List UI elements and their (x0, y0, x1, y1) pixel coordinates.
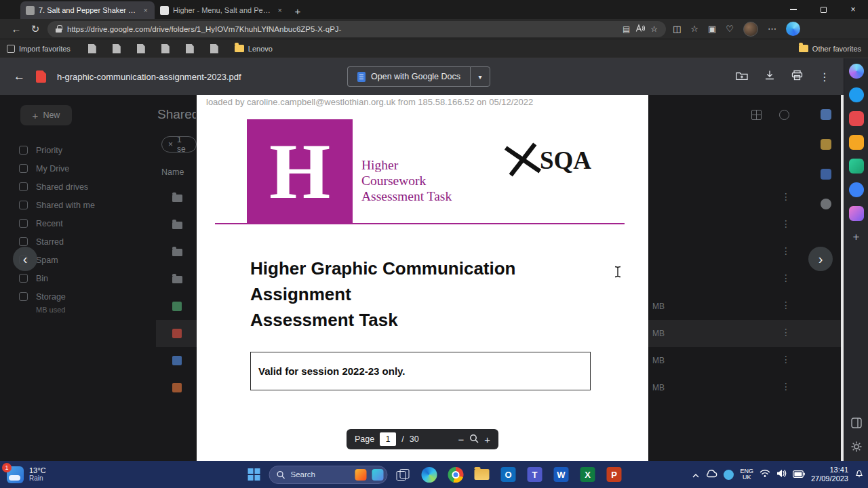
favorite-item[interactable] (113, 44, 121, 54)
more-actions-button[interactable]: ⋮ (819, 70, 830, 83)
volume-icon[interactable] (776, 468, 787, 481)
shopping-icon[interactable] (849, 135, 864, 150)
preview-filename: h-graphic-communication-assignment-2023.… (57, 72, 241, 82)
copilot-button[interactable] (786, 22, 800, 36)
copilot-icon[interactable] (849, 64, 864, 79)
outlook-button[interactable]: O (497, 463, 520, 486)
date: 27/09/2023 (811, 474, 848, 483)
tab-strip: 7. Salt and Pepper Shaker - Goog × Highe… (0, 0, 307, 19)
temperature: 13°C (29, 466, 46, 474)
teams-tray-icon[interactable] (724, 470, 734, 480)
new-tab-button[interactable]: + (289, 3, 307, 19)
add-shortcut-to-drive-button[interactable] (736, 70, 748, 83)
profile-avatar[interactable] (743, 22, 758, 37)
zoom-out-button[interactable]: − (458, 434, 464, 445)
browser-tab-2[interactable]: Higher - Menu, Salt and Pepper | × (155, 1, 289, 19)
print-button[interactable] (791, 70, 803, 83)
search-label: Search (291, 470, 350, 479)
docs-file-icon (172, 356, 182, 365)
back-button[interactable]: ← (7, 21, 26, 37)
customize-sidebar-icon[interactable] (850, 417, 863, 432)
minimize-button[interactable] (778, 0, 808, 19)
edge-icon (421, 467, 437, 483)
browser-tab-1[interactable]: 7. Salt and Pepper Shaker - Goog × (20, 1, 155, 19)
favorite-item[interactable] (210, 44, 218, 54)
split-screen-icon[interactable]: ◫ (673, 24, 681, 34)
file-explorer-button[interactable] (471, 463, 494, 486)
open-with-google-docs-button[interactable]: Open with Google Docs (347, 66, 470, 87)
favorite-item[interactable] (161, 44, 170, 54)
collections-icon[interactable]: ▣ (708, 24, 716, 34)
search-icon[interactable] (849, 87, 864, 102)
sheets-file-icon (172, 302, 182, 311)
page-number-input[interactable] (380, 432, 396, 446)
task-view-button[interactable] (391, 463, 414, 486)
task-view-icon (396, 469, 409, 480)
edge-taskbar-button[interactable] (418, 463, 441, 486)
battery-icon[interactable] (793, 468, 805, 481)
add-sidebar-item-icon[interactable]: + (849, 230, 864, 245)
lock-icon[interactable] (56, 25, 62, 33)
document-title: Higher Graphic Communication Assignment (250, 256, 543, 307)
favorites-folder-lenovo[interactable]: Lenovo (235, 45, 273, 53)
favorite-item[interactable] (137, 44, 145, 54)
drive-page-heading: Shared (157, 107, 196, 122)
other-favorites-button[interactable]: Other favorites (799, 45, 861, 53)
notification-center-button[interactable] (854, 468, 864, 481)
start-button[interactable] (243, 463, 266, 486)
wifi-icon[interactable] (760, 468, 770, 481)
info-icon (779, 110, 789, 120)
close-button[interactable]: × (838, 0, 868, 19)
more-icon: ⋮ (781, 191, 791, 202)
folder-icon (172, 249, 182, 256)
read-aloud-icon[interactable] (635, 24, 645, 35)
taskbar-clock[interactable]: 13:41 27/09/2023 (811, 466, 848, 483)
onedrive-icon[interactable] (705, 468, 717, 481)
tab-close-icon[interactable]: × (277, 6, 283, 14)
preview-back-button[interactable]: ← (14, 70, 25, 83)
window-controls: × (778, 0, 868, 19)
word-button[interactable]: W (550, 463, 573, 486)
open-with-dropdown-button[interactable]: ▾ (470, 66, 490, 87)
import-favorites-button[interactable]: Import favorites (7, 45, 71, 53)
favorite-item[interactable] (88, 44, 96, 54)
tab-close-icon[interactable]: × (142, 6, 149, 14)
close-icon: × (168, 140, 173, 149)
selection-chip: × 1 se (161, 136, 197, 152)
grid-view-icon (751, 110, 762, 120)
previous-page-button[interactable]: ‹ (13, 247, 37, 271)
favorites-icon[interactable]: ☆ (690, 24, 698, 34)
browser-essentials-icon[interactable]: ♡ (726, 24, 734, 34)
favorite-item[interactable] (186, 44, 194, 54)
teams-button[interactable]: T (524, 463, 547, 486)
sqa-h-logo: H (247, 119, 353, 224)
microsoft365-icon[interactable] (849, 111, 864, 126)
weather-widget[interactable]: 1 13°C Rain (7, 461, 46, 488)
taskbar: 1 13°C Rain Search O T W X P (0, 461, 868, 488)
refresh-button[interactable]: ↻ (26, 21, 45, 37)
notification-badge: 1 (2, 463, 12, 472)
zoom-button[interactable] (469, 434, 479, 445)
storage-icon (19, 292, 28, 301)
maximize-button[interactable] (808, 0, 838, 19)
language-switcher[interactable]: ENG UK (740, 468, 753, 481)
outlook-icon: O (501, 467, 516, 482)
download-button[interactable] (764, 70, 775, 83)
favorite-star-icon[interactable]: ☆ (650, 24, 658, 34)
games-icon[interactable] (849, 159, 864, 174)
folder-icon (799, 45, 808, 52)
sidebar-settings-icon[interactable] (850, 441, 863, 455)
settings-more-icon[interactable]: ⋯ (768, 24, 776, 34)
drop-icon[interactable] (849, 182, 864, 197)
hidden-icons-button[interactable] (692, 468, 699, 481)
taskbar-search[interactable]: Search (269, 466, 388, 484)
chrome-taskbar-button[interactable] (444, 463, 467, 486)
drive-view-controls (751, 110, 789, 120)
next-page-button[interactable]: › (808, 247, 833, 271)
address-bar[interactable]: https://drive.google.com/drive/folders/1… (47, 21, 666, 37)
excel-button[interactable]: X (576, 463, 599, 486)
designer-icon[interactable] (849, 206, 864, 221)
powerpoint-button[interactable]: P (603, 463, 626, 486)
zoom-in-button[interactable]: + (484, 434, 490, 445)
reading-mode-icon[interactable]: ▤ (623, 24, 630, 34)
